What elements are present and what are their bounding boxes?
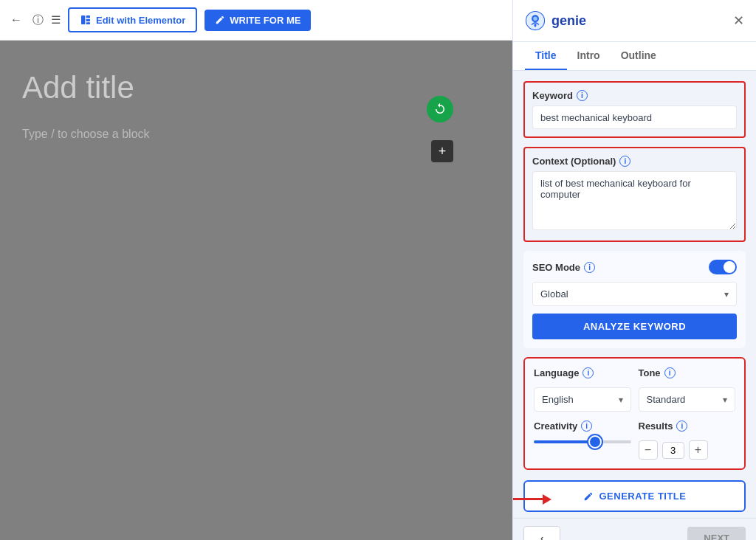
- genie-panel: genie ✕ Title Intro Outline Keyword i: [512, 0, 756, 540]
- next-button-label: NEXT: [704, 533, 729, 540]
- creativity-group: Creativity i: [534, 420, 631, 443]
- results-label: Results: [639, 420, 673, 432]
- context-textarea[interactable]: list of best mechanical keyboard for com…: [532, 171, 737, 230]
- red-arrow-annotation: [512, 494, 551, 505]
- arrow-line: [512, 498, 543, 500]
- tone-label: Tone: [639, 367, 661, 378]
- generate-title-button[interactable]: GENERATE TITLE: [523, 480, 746, 512]
- seo-mode-toggle[interactable]: [709, 260, 737, 274]
- seo-mode-row: SEO Mode i: [532, 260, 737, 274]
- svg-rect-2: [86, 19, 90, 21]
- back-button-label: ‹: [540, 533, 543, 540]
- tab-intro-label: Intro: [577, 49, 600, 61]
- results-label-row: Results i: [639, 420, 736, 432]
- edit-with-elementor-label: Edit with Elementor: [96, 15, 185, 26]
- creativity-info-icon[interactable]: i: [581, 420, 592, 432]
- keyword-field-wrapper: [532, 105, 737, 129]
- svg-rect-7: [535, 24, 537, 27]
- write-for-me-button[interactable]: WRITE FOR ME: [205, 10, 311, 31]
- context-label-row: Context (Optional) i: [532, 156, 737, 167]
- results-info-icon[interactable]: i: [676, 420, 687, 432]
- write-icon: [215, 15, 225, 25]
- svg-rect-0: [81, 15, 85, 24]
- tone-dropdown-value: Standard: [647, 394, 686, 405]
- tone-dropdown[interactable]: Standard ▾: [639, 387, 736, 412]
- tab-title[interactable]: Title: [525, 42, 567, 70]
- lang-tone-section: Language i English ▾ Tone i Standard: [523, 357, 746, 470]
- tab-outline[interactable]: Outline: [611, 42, 667, 70]
- chevron-down-icon: ▾: [724, 289, 729, 300]
- creativity-label-row: Creativity i: [534, 420, 631, 432]
- language-label-row: Language i: [534, 367, 631, 378]
- context-label: Context (Optional): [532, 156, 616, 167]
- tone-label-row: Tone i: [639, 367, 736, 378]
- editor-area: ← ⓘ ☰ Edit with Elementor WRITE FOR ME A…: [0, 0, 512, 540]
- language-group: Language i English ▾: [534, 367, 631, 412]
- arrow-head-icon: [543, 494, 551, 505]
- regenerate-fab[interactable]: [427, 96, 453, 122]
- seo-mode-label: SEO Mode i: [532, 262, 595, 273]
- results-group: Results i − 3 +: [639, 420, 736, 460]
- svg-rect-3: [86, 22, 90, 24]
- generate-title-label: GENERATE TITLE: [599, 491, 687, 502]
- results-increment-button[interactable]: +: [689, 440, 708, 460]
- editor-toolbar: ← ⓘ ☰ Edit with Elementor WRITE FOR ME: [0, 0, 512, 41]
- generate-btn-wrapper: GENERATE TITLE: [513, 480, 756, 518]
- edit-with-elementor-button[interactable]: Edit with Elementor: [68, 7, 197, 32]
- info-icon[interactable]: ⓘ: [32, 13, 44, 27]
- tab-title-label: Title: [535, 49, 557, 61]
- creativity-slider-wrapper: [534, 440, 631, 443]
- back-button[interactable]: ‹: [523, 526, 560, 540]
- genie-logo-icon: [525, 10, 546, 31]
- panel-tabs: Title Intro Outline: [513, 42, 756, 71]
- next-button[interactable]: NEXT: [687, 527, 746, 540]
- generate-icon: [583, 491, 594, 502]
- analyze-keyword-label: ANALYZE KEYWORD: [583, 321, 686, 332]
- tab-outline-label: Outline: [621, 49, 656, 61]
- keyword-label-row: Keyword i: [532, 90, 737, 101]
- creativity-results-row: Creativity i Results i − 3 +: [534, 420, 735, 460]
- creativity-label: Creativity: [534, 420, 577, 432]
- tab-intro[interactable]: Intro: [567, 42, 611, 70]
- language-tone-row: Language i English ▾ Tone i Standard: [534, 367, 735, 412]
- elementor-icon: [80, 14, 92, 26]
- svg-rect-1: [86, 15, 90, 18]
- results-counter: − 3 +: [639, 440, 736, 460]
- write-for-me-label: WRITE FOR ME: [230, 15, 300, 26]
- add-block-fab[interactable]: +: [431, 140, 453, 162]
- language-label: Language: [534, 367, 579, 378]
- context-section: Context (Optional) i list of best mechan…: [523, 147, 746, 242]
- language-dropdown[interactable]: English ▾: [534, 387, 631, 412]
- panel-close-button[interactable]: ✕: [733, 13, 744, 29]
- language-dropdown-value: English: [542, 394, 574, 405]
- back-icon[interactable]: ←: [10, 13, 22, 27]
- results-decrement-button[interactable]: −: [639, 440, 658, 460]
- panel-footer: ‹ NEXT: [513, 518, 756, 540]
- panel-header: genie ✕: [513, 0, 756, 42]
- tone-info-icon[interactable]: i: [664, 367, 676, 378]
- seo-mode-info-icon[interactable]: i: [584, 262, 595, 273]
- editor-content-placeholder[interactable]: Type / to choose a block: [22, 128, 490, 141]
- panel-content: Keyword i Context (Optional) i list of b…: [513, 71, 756, 480]
- tone-chevron-icon: ▾: [723, 395, 727, 405]
- creativity-slider[interactable]: [534, 440, 631, 443]
- menu-icon[interactable]: ☰: [51, 13, 61, 27]
- language-chevron-icon: ▾: [619, 395, 623, 405]
- keyword-section: Keyword i: [523, 81, 746, 138]
- svg-point-6: [533, 16, 537, 21]
- panel-logo-text: genie: [551, 13, 586, 29]
- keyword-label: Keyword: [532, 90, 573, 101]
- tone-group: Tone i Standard ▾: [639, 367, 736, 412]
- editor-title-placeholder[interactable]: Add title: [22, 70, 490, 105]
- language-info-icon[interactable]: i: [583, 367, 594, 378]
- context-info-icon[interactable]: i: [619, 156, 630, 167]
- keyword-info-icon[interactable]: i: [577, 90, 588, 101]
- global-dropdown-value: Global: [540, 288, 568, 300]
- keyword-input[interactable]: [540, 112, 729, 123]
- global-dropdown[interactable]: Global ▾: [532, 282, 737, 306]
- seo-section: SEO Mode i Global ▾ ANALYZE KEYWORD: [523, 251, 746, 348]
- results-value: 3: [662, 442, 684, 459]
- panel-logo: genie: [525, 10, 586, 31]
- analyze-keyword-button[interactable]: ANALYZE KEYWORD: [532, 314, 737, 339]
